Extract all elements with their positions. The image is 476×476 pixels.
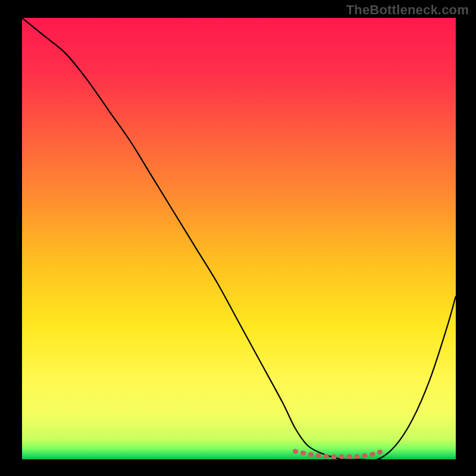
bottleneck-chart bbox=[0, 0, 476, 476]
gradient-background bbox=[22, 18, 456, 459]
chart-frame: { "watermark": "TheBottleneck.com", "col… bbox=[0, 0, 476, 476]
